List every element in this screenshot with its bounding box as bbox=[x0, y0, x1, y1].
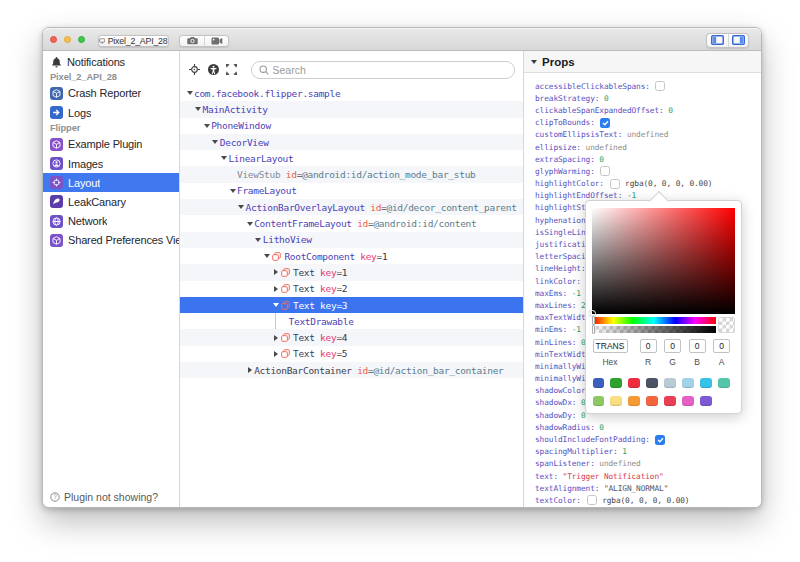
prop-checkbox[interactable] bbox=[655, 81, 665, 91]
chevron-down-icon[interactable] bbox=[219, 156, 228, 160]
tree-row[interactable]: Text key=5 bbox=[180, 346, 523, 362]
hex-input[interactable] bbox=[593, 339, 628, 353]
alpha-cursor[interactable] bbox=[592, 325, 595, 334]
chevron-down-icon[interactable] bbox=[194, 107, 203, 111]
tree-row[interactable]: ActionBarContainer id=@id/action_bar_con… bbox=[180, 362, 523, 378]
preset-swatch[interactable] bbox=[593, 378, 604, 389]
screen-record-button[interactable] bbox=[204, 36, 228, 47]
alpha-input[interactable] bbox=[713, 339, 730, 353]
prop-value[interactable]: -1 bbox=[572, 325, 581, 334]
accessibility-icon[interactable] bbox=[208, 64, 219, 75]
tree-row[interactable]: Text key=3 bbox=[180, 297, 523, 313]
tree-row[interactable]: ViewStub id=@android:id/action_mode_bar_… bbox=[180, 166, 523, 182]
prop-checkbox[interactable] bbox=[600, 118, 610, 128]
search-input[interactable]: Search bbox=[251, 61, 516, 79]
tree-row[interactable]: TextDrawable bbox=[180, 313, 523, 329]
preset-swatch[interactable] bbox=[682, 396, 693, 407]
red-input[interactable] bbox=[640, 339, 657, 353]
prop-value[interactable]: -1 bbox=[627, 191, 636, 200]
chevron-down-icon[interactable] bbox=[245, 222, 254, 226]
props-header[interactable]: Props bbox=[524, 51, 761, 73]
chevron-down-icon[interactable] bbox=[202, 124, 211, 128]
tree-row[interactable]: RootComponent key=1 bbox=[180, 248, 523, 264]
prop-key: linkColor: bbox=[535, 277, 586, 286]
sidebar-item-leakcanary[interactable]: LeakCanary bbox=[43, 192, 179, 211]
tree-row[interactable]: Text key=2 bbox=[180, 281, 523, 297]
blue-input[interactable] bbox=[689, 339, 706, 353]
green-input[interactable] bbox=[664, 339, 681, 353]
prop-value[interactable]: 0 bbox=[599, 155, 604, 164]
minimize-button[interactable] bbox=[64, 36, 71, 43]
tree-row[interactable]: FrameLayout bbox=[180, 183, 523, 199]
sidebar-item-images[interactable]: Images bbox=[43, 154, 179, 173]
preset-swatch[interactable] bbox=[718, 378, 729, 389]
chevron-down-icon[interactable] bbox=[262, 254, 271, 258]
tree-row[interactable]: Text key=4 bbox=[180, 329, 523, 345]
select-frame-icon[interactable] bbox=[226, 64, 237, 75]
chevron-down-icon[interactable] bbox=[185, 91, 194, 95]
prop-checkbox[interactable] bbox=[587, 495, 597, 505]
chevron-down-icon[interactable] bbox=[237, 205, 246, 209]
tree-row[interactable]: DecorView bbox=[180, 134, 523, 150]
preset-swatch[interactable] bbox=[628, 396, 639, 407]
chevron-down-icon[interactable] bbox=[254, 238, 263, 242]
prop-key: glyphWarming: bbox=[535, 167, 599, 176]
sidebar-item-shared-preferences-viewer[interactable]: Shared Preferences Viewer bbox=[43, 231, 179, 250]
close-button[interactable] bbox=[50, 36, 57, 43]
tree-row[interactable]: ContentFrameLayout id=@android:id/conten… bbox=[180, 215, 523, 231]
chevron-right-icon[interactable] bbox=[245, 367, 254, 373]
preset-swatch[interactable] bbox=[682, 378, 693, 389]
preset-swatch[interactable] bbox=[646, 378, 657, 389]
tree-row[interactable]: ActionBarOverlayLayout id=@id/decor_cont… bbox=[180, 199, 523, 215]
preset-swatch[interactable] bbox=[628, 378, 639, 389]
chevron-right-icon[interactable] bbox=[271, 286, 280, 292]
prop-value[interactable]: -1 bbox=[572, 289, 581, 298]
tree-row[interactable]: Text key=1 bbox=[180, 264, 523, 280]
toggle-left-panel-button[interactable] bbox=[707, 34, 728, 48]
tree-row[interactable]: LinearLayout bbox=[180, 150, 523, 166]
tree-row[interactable]: com.facebook.flipper.sample bbox=[180, 85, 523, 101]
screenshot-button[interactable] bbox=[180, 36, 204, 47]
preset-swatch[interactable] bbox=[610, 396, 621, 407]
plugin-not-showing-link[interactable]: ? Plugin not showing? bbox=[50, 491, 158, 503]
sidebar-item-layout[interactable]: Layout bbox=[43, 173, 179, 192]
hue-slider[interactable] bbox=[592, 317, 716, 324]
tree-row[interactable]: MainActivity bbox=[180, 101, 523, 117]
device-selector-button[interactable]: Pixel_2_API_28 bbox=[98, 35, 169, 48]
chevron-down-icon[interactable] bbox=[228, 189, 237, 193]
tree-row[interactable]: PhoneWindow bbox=[180, 118, 523, 134]
chevron-right-icon[interactable] bbox=[271, 269, 280, 275]
chevron-right-icon[interactable] bbox=[271, 351, 280, 357]
prop-value[interactable]: 0 bbox=[668, 106, 673, 115]
target-icon[interactable] bbox=[189, 64, 200, 75]
zoom-button[interactable] bbox=[78, 36, 85, 43]
prop-value[interactable]: 1 bbox=[622, 447, 627, 456]
toggle-right-panel-button[interactable] bbox=[728, 34, 749, 48]
prop-value[interactable]: "Trigger Notification" bbox=[563, 472, 664, 481]
preset-swatch[interactable] bbox=[646, 396, 657, 407]
sidebar-item-logs[interactable]: Logs bbox=[43, 103, 179, 122]
tree-row[interactable]: LithoView bbox=[180, 232, 523, 248]
chevron-right-icon[interactable] bbox=[271, 335, 280, 341]
preset-swatch[interactable] bbox=[700, 396, 711, 407]
prop-value[interactable]: 0 bbox=[599, 423, 604, 432]
preset-swatch[interactable] bbox=[610, 378, 621, 389]
sidebar-item-crash-reporter[interactable]: Crash Reporter bbox=[43, 84, 179, 103]
chevron-down-icon[interactable] bbox=[211, 140, 220, 144]
prop-value[interactable]: "ALIGN_NORMAL" bbox=[604, 484, 668, 493]
prop-checkbox[interactable] bbox=[655, 435, 665, 445]
chevron-down-icon[interactable] bbox=[271, 303, 280, 307]
prop-checkbox[interactable] bbox=[610, 179, 620, 189]
preset-swatch[interactable] bbox=[664, 396, 675, 407]
sidebar-item-example-plugin[interactable]: Example Plugin bbox=[43, 135, 179, 154]
alpha-slider[interactable] bbox=[592, 326, 716, 333]
preset-swatch[interactable] bbox=[593, 396, 604, 407]
preset-swatch[interactable] bbox=[700, 378, 711, 389]
sidebar-item-network[interactable]: Network bbox=[43, 212, 179, 231]
saturation-area[interactable] bbox=[592, 208, 735, 314]
prop-value[interactable]: 0 bbox=[604, 94, 609, 103]
hue-cursor[interactable] bbox=[592, 316, 595, 325]
sidebar-item-notifications[interactable]: Notifications bbox=[43, 52, 179, 71]
prop-checkbox[interactable] bbox=[600, 166, 610, 176]
preset-swatch[interactable] bbox=[664, 378, 675, 389]
